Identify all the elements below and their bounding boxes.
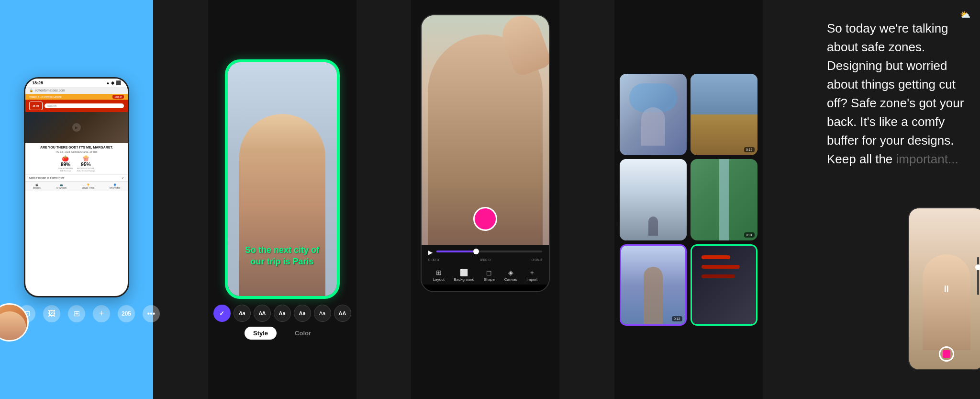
status-bar: 18:28 ▲ ◈ ⬛ — [25, 79, 128, 87]
timeline-labels: 0:00.0 0:00.0 0:35.3 — [428, 258, 542, 262]
phone-nav: 🎬Movies 📺TV Shows 🏆Movie Trivia 👤My Prof… — [25, 181, 128, 191]
phone-frame-3: ▶ 0:00.0 0:00.0 0:35.3 ⊞ Layout ⬜ Backgr… — [421, 14, 550, 292]
search-placeholder: Search — [47, 104, 56, 107]
font-btn-4[interactable]: Aa — [294, 305, 311, 322]
grid-photo-sea[interactable]: 0:12 — [620, 244, 687, 326]
timeline-thumb — [473, 249, 479, 254]
portrait-photo: So the next city ofour trip is Paris — [228, 62, 337, 296]
nav-movies[interactable]: 🎬Movies — [33, 183, 41, 189]
grid-photo-abstract[interactable] — [690, 244, 757, 326]
sea-badge: 0:12 — [672, 316, 682, 321]
count-badge[interactable]: 205 — [118, 305, 135, 322]
panel-text: So today we're talking about safe zones.… — [817, 0, 980, 399]
tool-import[interactable]: + Import — [526, 269, 537, 282]
grid-photo-city[interactable]: 0:15 — [690, 74, 757, 155]
play-icon[interactable]: ▶ — [428, 249, 433, 256]
timeline-start: 0:00.0 — [428, 258, 439, 262]
canvas-icon: ◈ — [504, 269, 517, 276]
movie-meta: PG-13 · 2023, Comedy/Drama, 1h 45m — [29, 150, 124, 153]
image-button[interactable]: 🖼 — [43, 305, 60, 322]
nav-profile[interactable]: 👤My Profile — [110, 183, 120, 189]
popular-bar: Most Popular at Home Now ↗ — [25, 174, 128, 181]
nav-tv[interactable]: 📺TV Shows — [56, 183, 67, 189]
text-dimmed: important... — [896, 152, 958, 166]
check-font-button[interactable]: ✓ — [213, 305, 231, 322]
audience-score: 🍿 95% AUDIENCE SCORE 250+ Verified Ratin… — [77, 155, 95, 172]
phone-frame-1: 18:28 ▲ ◈ ⬛ 🔒 rottentomatoes.com Watch F… — [24, 77, 129, 297]
video-photo — [422, 15, 549, 245]
more-button[interactable]: ••• — [143, 305, 160, 322]
tool-shape-label: Shape — [484, 277, 495, 282]
nav-trivia[interactable]: 🏆Movie Trivia — [82, 183, 95, 189]
tool-canvas[interactable]: ◈ Canvas — [504, 269, 517, 282]
font-style-toolbar: ✓ Aa AA Aa Aa Aa AA — [213, 305, 351, 322]
cloud-icon: ⛅ — [960, 10, 970, 20]
tool-background-label: Background — [454, 277, 475, 282]
status-time: 18:28 — [32, 80, 43, 85]
timeline-current: 0:00.0 — [480, 258, 490, 262]
grid-photo-ski[interactable] — [620, 74, 687, 155]
side-record-button[interactable] — [939, 346, 954, 362]
shape-icon: ◻ — [484, 269, 495, 276]
pause-icon[interactable]: ⏸ — [942, 284, 951, 295]
grid-photo-snow[interactable] — [620, 159, 687, 240]
tool-layout[interactable]: ⊞ Layout — [433, 269, 445, 282]
promo-btn: Sign In — [112, 95, 124, 99]
popular-text: Most Popular at Home Now — [29, 176, 64, 179]
timeline-fill — [436, 251, 473, 252]
panel-photo-grid: 0:15 0:01 0:12 — [614, 0, 763, 399]
rt-search-box[interactable]: Search — [45, 103, 124, 108]
video-tools: ⊞ Layout ⬜ Background ◻ Shape ◈ Canvas +… — [422, 266, 549, 285]
tab-style[interactable]: Style — [245, 327, 277, 340]
rt-logo: 25 RT — [29, 102, 43, 110]
grid-photo-waterfall[interactable]: 0:01 — [690, 159, 757, 240]
movie-info: ARE YOU THERE GOD? IT'S ME, MARGARET. PG… — [25, 143, 128, 174]
grid-row-2: 0:01 — [620, 159, 757, 240]
background-icon: ⬜ — [454, 269, 475, 276]
rt-header: 25 RT Search — [25, 100, 128, 112]
city-photo-bg — [690, 74, 757, 155]
movie-title: ARE YOU THERE GOD? IT'S ME, MARGARET. — [29, 146, 124, 149]
promo-text: Watch Full Movies Online — [29, 95, 62, 98]
style-color-tabs: Style Color — [245, 327, 320, 340]
tool-background[interactable]: ⬜ Background — [454, 269, 475, 282]
record-inner — [943, 350, 950, 358]
ski-photo-bg — [620, 74, 687, 155]
tab-color[interactable]: Color — [286, 327, 320, 340]
timeline-bar[interactable] — [436, 251, 542, 252]
font-btn-3[interactable]: Aa — [274, 305, 291, 322]
waterfall-photo-bg — [690, 159, 757, 240]
movie-thumbnail: ▶ — [25, 112, 128, 143]
verified-label: 250+ Verified Ratings — [77, 170, 95, 172]
audience-score-num: 95% — [77, 162, 95, 167]
tomatometer-reviews: 35K Reviews — [58, 170, 73, 172]
tomatometer: 🍅 99% TOMATOMETER 35K Reviews — [58, 155, 73, 172]
slider-thumb — [975, 264, 980, 270]
brightness-slider[interactable] — [977, 257, 979, 295]
text-visible: So today we're talking about safe zones.… — [827, 21, 964, 166]
record-button[interactable] — [473, 207, 497, 231]
browser-bar: 🔒 rottentomatoes.com — [25, 87, 128, 94]
import-icon: + — [526, 269, 537, 276]
tool-import-label: Import — [526, 277, 537, 282]
font-btn-1[interactable]: Aa — [234, 305, 251, 322]
phone-frame-2: So the next city ofour trip is Paris — [225, 59, 340, 299]
font-btn-6[interactable]: AA — [334, 305, 351, 322]
scores-section: 🍅 99% TOMATOMETER 35K Reviews 🍿 95% AUDI… — [29, 155, 124, 172]
side-phone: ⏸ — [908, 207, 980, 370]
font-btn-2[interactable]: AA — [254, 305, 271, 322]
abstract-photo-bg — [692, 246, 756, 324]
add-button[interactable]: + — [93, 305, 110, 322]
external-link-icon: ↗ — [122, 176, 124, 180]
tool-shape[interactable]: ◻ Shape — [484, 269, 495, 282]
url-text: rottentomatoes.com — [35, 89, 65, 92]
panel-blue-background: 18:28 ▲ ◈ ⬛ 🔒 rottentomatoes.com Watch F… — [0, 0, 153, 399]
font-btn-5[interactable]: Aa — [314, 305, 331, 322]
sea-photo-bg — [621, 246, 685, 324]
caption-text: So the next city ofour trip is Paris — [228, 245, 337, 267]
layout-button[interactable]: ⊞ — [68, 305, 85, 322]
video-timeline: ▶ 0:00.0 0:00.0 0:35.3 — [422, 245, 549, 266]
snow-photo-bg — [620, 159, 687, 240]
status-icons: ▲ ◈ ⬛ — [106, 80, 121, 85]
waterfall-badge: 0:01 — [744, 232, 755, 238]
